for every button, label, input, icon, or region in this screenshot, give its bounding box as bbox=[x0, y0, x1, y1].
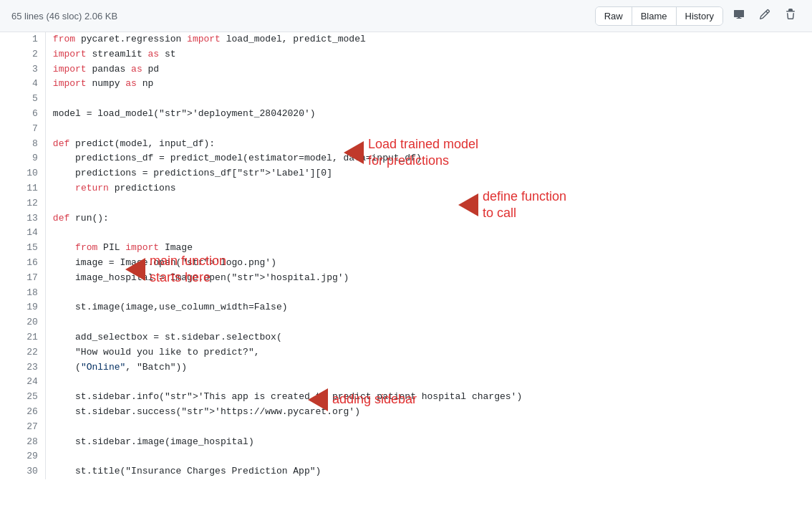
line-number: 14 bbox=[0, 226, 45, 241]
line-code bbox=[45, 286, 812, 301]
table-row: 26 st.sidebar.success("str">'https://www… bbox=[0, 405, 812, 420]
line-number: 26 bbox=[0, 405, 45, 420]
table-row: 14 bbox=[0, 226, 812, 241]
line-number: 15 bbox=[0, 241, 45, 256]
line-code bbox=[45, 315, 812, 330]
table-row: 2import streamlit as st bbox=[0, 47, 812, 62]
line-number: 16 bbox=[0, 256, 45, 271]
table-row: 18 bbox=[0, 286, 812, 301]
line-code: "How would you like to predict?", bbox=[45, 345, 812, 360]
line-code: predictions_df = predict_model(estimator… bbox=[45, 151, 812, 166]
line-code bbox=[45, 420, 812, 435]
line-number: 20 bbox=[0, 315, 45, 330]
line-number: 28 bbox=[0, 435, 45, 450]
line-number: 23 bbox=[0, 360, 45, 375]
line-code: from pycaret.regression import load_mode… bbox=[45, 32, 812, 47]
line-number: 19 bbox=[0, 300, 45, 315]
line-code bbox=[45, 226, 812, 241]
table-row: 16 image = Image.open("str">'logo.png') bbox=[0, 256, 812, 271]
table-row: 9 predictions_df = predict_model(estimat… bbox=[0, 151, 812, 166]
line-number: 24 bbox=[0, 375, 45, 390]
table-row: 15 from PIL import Image bbox=[0, 241, 812, 256]
line-number: 13 bbox=[0, 211, 45, 226]
line-code: image_hospital = Image.open("str">'hospi… bbox=[45, 271, 812, 286]
line-code bbox=[45, 122, 812, 137]
table-row: 24 bbox=[0, 375, 812, 390]
line-number: 3 bbox=[0, 62, 45, 77]
table-row: 20 bbox=[0, 315, 812, 330]
table-row: 25 st.sidebar.info("str">'This app is cr… bbox=[0, 390, 812, 405]
history-button[interactable]: History bbox=[677, 7, 722, 25]
table-row: 27 bbox=[0, 420, 812, 435]
line-number: 17 bbox=[0, 271, 45, 286]
line-code bbox=[45, 92, 812, 107]
table-row: 5 bbox=[0, 92, 812, 107]
line-number: 9 bbox=[0, 151, 45, 166]
line-code: st.title("Insurance Charges Prediction A… bbox=[45, 464, 812, 479]
file-actions: Raw Blame History bbox=[595, 6, 801, 26]
line-number: 12 bbox=[0, 196, 45, 211]
line-code: predictions = predictions_df["str">'Labe… bbox=[45, 166, 812, 181]
desktop-icon bbox=[733, 9, 745, 20]
table-row: 29 bbox=[0, 449, 812, 464]
table-row: 11 return predictions bbox=[0, 181, 812, 196]
table-row: 12 bbox=[0, 196, 812, 211]
delete-icon-btn[interactable] bbox=[780, 6, 801, 26]
line-number: 29 bbox=[0, 449, 45, 464]
line-number: 22 bbox=[0, 345, 45, 360]
line-code: add_selectbox = st.sidebar.selectbox( bbox=[45, 330, 812, 345]
table-row: 30 st.title("Insurance Charges Predictio… bbox=[0, 464, 812, 479]
line-code bbox=[45, 375, 812, 390]
line-code: def run(): bbox=[45, 211, 812, 226]
file-header: 65 lines (46 sloc) 2.06 KB Raw Blame His… bbox=[0, 0, 812, 32]
line-number: 7 bbox=[0, 122, 45, 137]
line-code: ("Online", "Batch")) bbox=[45, 360, 812, 375]
line-code: image = Image.open("str">'logo.png') bbox=[45, 256, 812, 271]
line-code: import streamlit as st bbox=[45, 47, 812, 62]
line-number: 5 bbox=[0, 92, 45, 107]
table-row: 7 bbox=[0, 122, 812, 137]
edit-icon bbox=[759, 9, 770, 20]
line-code: st.sidebar.info("str">'This app is creat… bbox=[45, 390, 812, 405]
line-number: 8 bbox=[0, 137, 45, 152]
raw-button[interactable]: Raw bbox=[596, 7, 632, 25]
line-code bbox=[45, 449, 812, 464]
line-code bbox=[45, 196, 812, 211]
code-table: 1from pycaret.regression import load_mod… bbox=[0, 32, 812, 479]
table-row: 17 image_hospital = Image.open("str">'ho… bbox=[0, 271, 812, 286]
line-code: import numpy as np bbox=[45, 77, 812, 92]
table-row: 6model = load_model("str">'deployment_28… bbox=[0, 107, 812, 122]
line-number: 21 bbox=[0, 330, 45, 345]
code-container[interactable]: 1from pycaret.regression import load_mod… bbox=[0, 32, 812, 479]
edit-icon-btn[interactable] bbox=[755, 6, 775, 26]
blame-button[interactable]: Blame bbox=[632, 7, 677, 25]
table-row: 21 add_selectbox = st.sidebar.selectbox( bbox=[0, 330, 812, 345]
table-row: 3import pandas as pd bbox=[0, 62, 812, 77]
line-code: def predict(model, input_df): bbox=[45, 137, 812, 152]
line-number: 4 bbox=[0, 77, 45, 92]
line-code: from PIL import Image bbox=[45, 241, 812, 256]
table-row: 19 st.image(image,use_column_width=False… bbox=[0, 300, 812, 315]
table-row: 22 "How would you like to predict?", bbox=[0, 345, 812, 360]
line-number: 1 bbox=[0, 32, 45, 47]
line-code: return predictions bbox=[45, 181, 812, 196]
table-row: 4import numpy as np bbox=[0, 77, 812, 92]
line-code: import pandas as pd bbox=[45, 62, 812, 77]
table-row: 8def predict(model, input_df): bbox=[0, 137, 812, 152]
line-number: 18 bbox=[0, 286, 45, 301]
code-wrapper: 1from pycaret.regression import load_mod… bbox=[0, 32, 812, 479]
line-number: 11 bbox=[0, 181, 45, 196]
delete-icon bbox=[785, 9, 796, 20]
line-number: 6 bbox=[0, 107, 45, 122]
line-number: 30 bbox=[0, 464, 45, 479]
table-row: 13def run(): bbox=[0, 211, 812, 226]
line-code: st.sidebar.success("str">'https://www.py… bbox=[45, 405, 812, 420]
line-number: 25 bbox=[0, 390, 45, 405]
line-number: 27 bbox=[0, 420, 45, 435]
table-row: 1from pycaret.regression import load_mod… bbox=[0, 32, 812, 47]
btn-group: Raw Blame History bbox=[595, 6, 723, 26]
desktop-icon-btn[interactable] bbox=[729, 6, 749, 26]
line-number: 2 bbox=[0, 47, 45, 62]
table-row: 10 predictions = predictions_df["str">'L… bbox=[0, 166, 812, 181]
line-code: st.sidebar.image(image_hospital) bbox=[45, 435, 812, 450]
